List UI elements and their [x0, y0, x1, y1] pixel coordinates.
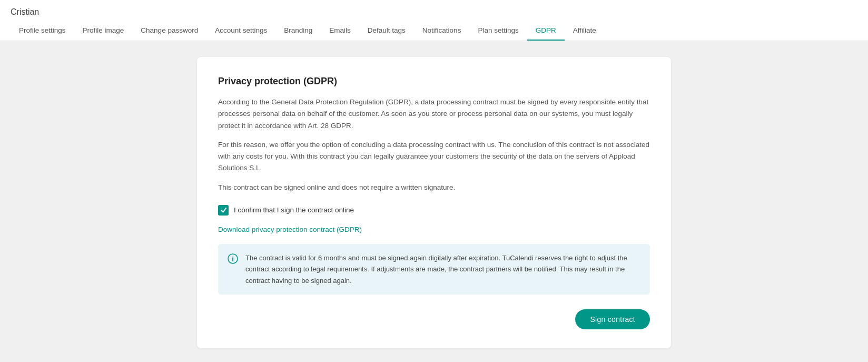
user-name: Cristian: [11, 0, 857, 21]
sign-btn-row: Sign contract: [218, 309, 650, 329]
nav-tabs: Profile settings Profile image Change pa…: [11, 21, 857, 41]
confirm-checkbox-label: I confirm that I sign the contract onlin…: [234, 206, 354, 214]
tab-gdpr[interactable]: GDPR: [527, 21, 565, 41]
tab-profile-settings[interactable]: Profile settings: [11, 21, 74, 41]
tab-account-settings[interactable]: Account settings: [206, 21, 275, 41]
svg-text:i: i: [232, 255, 234, 262]
download-contract-link[interactable]: Download privacy protection contract (GD…: [218, 226, 362, 233]
info-box-text: The contract is valid for 6 months and m…: [245, 252, 640, 286]
tab-notifications[interactable]: Notifications: [414, 21, 470, 41]
main-card: Privacy protection (GDPR) According to t…: [197, 57, 671, 348]
tab-default-tags[interactable]: Default tags: [359, 21, 414, 41]
paragraph-1: According to the General Data Protection…: [218, 96, 650, 132]
tab-emails[interactable]: Emails: [321, 21, 359, 41]
tab-profile-image[interactable]: Profile image: [74, 21, 133, 41]
paragraph-3: This contract can be signed online and d…: [218, 182, 650, 193]
tab-affiliate[interactable]: Affiliate: [565, 21, 605, 41]
info-icon: i: [228, 253, 238, 266]
section-title: Privacy protection (GDPR): [218, 76, 650, 87]
tab-change-password[interactable]: Change password: [132, 21, 206, 41]
tab-plan-settings[interactable]: Plan settings: [469, 21, 527, 41]
confirm-checkbox-row: I confirm that I sign the contract onlin…: [218, 205, 650, 216]
paragraph-2: For this reason, we offer you the option…: [218, 139, 650, 174]
sign-contract-button[interactable]: Sign contract: [575, 309, 650, 329]
info-box: i The contract is valid for 6 months and…: [218, 244, 650, 295]
tab-branding[interactable]: Branding: [275, 21, 321, 41]
confirm-checkbox[interactable]: [218, 205, 229, 216]
